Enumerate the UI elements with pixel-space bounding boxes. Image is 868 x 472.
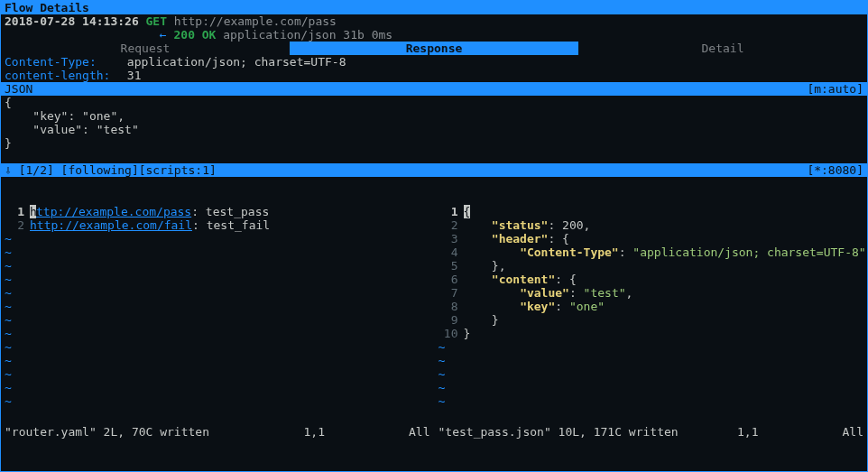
editor-pane-right[interactable]: 1{2 "status": 200,3 "header": {4 "Conten… [434,205,868,439]
status-pct: All [827,425,863,439]
line-rest: : test_pass [191,205,269,218]
status-msg: "router.yaml" 2L, 70C written [5,425,304,439]
arrow-icon: ← [160,28,167,42]
tab-request[interactable]: Request [1,42,290,55]
json-key: "value" [520,286,569,300]
buffer-line: 1{ [439,205,864,218]
buffer-line: 7 "value": "test", [439,286,864,300]
line-number: 2 [5,218,24,232]
flow-url: http://example.com/pass [174,14,337,28]
json-string: "test" [584,286,626,300]
header-value: application/json; charset=UTF-8 [127,55,346,69]
buffer-line: 2 "status": 200, [439,218,864,232]
json-punct: } [464,313,499,327]
buffer-line: 1http://example.com/pass: test_pass [5,205,430,218]
vim-status-right: "test_pass.json" 10L, 171C written 1,1 A… [435,425,868,439]
editor-pane-left[interactable]: 1http://example.com/pass: test_pass2http… [1,205,434,439]
status-msg: "test_pass.json" 10L, 171C written [439,425,738,439]
line-number: 4 [439,245,458,259]
json-number: 200 [562,218,583,232]
buffer-empty: ~ [439,381,864,394]
flow-response-line: ← 200 OK application/json 31b 0ms [1,28,867,42]
body-format-bar: JSON [m:auto] [1,82,867,96]
json-punct: }, [464,259,506,273]
buffer-empty: ~ [5,367,430,381]
body-format-label: JSON [5,82,32,96]
flow-resp-meta: application/json 31b 0ms [223,28,392,42]
url-text: http://example.com/fail [30,218,192,232]
buffer-empty: ~ [5,327,430,340]
cursor: { [464,205,470,218]
flow-method: GET [146,14,167,28]
status-right: [*:8080] [807,163,863,177]
buffer-empty: ~ [5,273,430,286]
buffer-empty: ~ [5,313,430,327]
mitm-status-bar: ⇩ [1/2] [following][scripts:1] [*:8080] [1,163,867,177]
json-string: "one" [569,300,605,313]
buffer-right[interactable]: 1{2 "status": 200,3 "header": {4 "Conten… [435,205,868,425]
status-pos: 1,1 [737,425,827,439]
cursor: h [30,205,36,218]
header-key: Content-Type: [5,55,120,69]
line-number: 5 [439,259,458,273]
buffer-empty: ~ [5,354,430,367]
line-number: 2 [439,218,458,232]
json-key: "key" [520,300,555,313]
json-punct: } [464,327,471,340]
buffer-line: 3 "header": { [439,232,864,245]
header-row: content-length: 31 [1,69,867,82]
status-pos: 1,1 [304,425,394,439]
buffer-left[interactable]: 1http://example.com/pass: test_pass2http… [1,205,434,425]
line-number: 7 [439,286,458,300]
body-format-mode[interactable]: [m:auto] [807,82,863,96]
buffer-line: 2http://example.com/fail: test_fail [5,218,430,232]
buffer-empty: ~ [439,367,864,381]
editor-split: 1http://example.com/pass: test_pass2http… [1,204,867,439]
json-key: "status" [492,218,549,232]
buffer-line: 9 } [439,313,864,327]
buffer-empty: ~ [5,394,430,408]
header-value: 31 [127,69,142,82]
detail-tabs: Request Response Detail [1,42,867,55]
flow-summary: 2018-07-28 14:13:26 GET http://example.c… [1,14,867,28]
line-number: 1 [439,205,458,218]
buffer-empty: ~ [5,340,430,354]
url-text: ttp://example.com/pass [36,205,191,218]
json-key: "header" [492,232,549,245]
tab-detail[interactable]: Detail [578,42,867,55]
line-number: 9 [439,313,458,327]
buffer-line: 4 "Content-Type": "application/json; cha… [439,245,864,259]
buffer-line: 10} [439,327,864,340]
line-number: 6 [439,273,458,286]
buffer-empty: ~ [439,354,864,367]
buffer-empty: ~ [5,300,430,313]
line-rest: : test_fail [192,218,270,232]
status-left: ⇩ [1/2] [following][scripts:1] [5,163,217,177]
buffer-empty: ~ [5,232,430,245]
panel-title: Flow Details [1,1,867,14]
buffer-line: 5 }, [439,259,864,273]
response-body: { "key": "one", "value": "test" } [1,96,867,163]
tab-response[interactable]: Response [290,42,578,55]
flow-timestamp: 2018-07-28 14:13:26 [5,14,139,28]
buffer-empty: ~ [439,340,864,354]
line-number: 10 [439,327,458,340]
buffer-line: 6 "content": { [439,273,864,286]
buffer-empty: ~ [5,381,430,394]
json-key: "content" [492,273,555,286]
flow-status: 200 OK [173,28,216,42]
json-string: "application/json; charset=UTF-8" [633,245,865,259]
header-row: Content-Type: application/json; charset=… [1,55,867,69]
line-number: 3 [439,232,458,245]
status-pct: All [394,425,430,439]
vim-status-left: "router.yaml" 2L, 70C written 1,1 All [1,425,434,439]
line-number: 1 [5,205,24,218]
buffer-empty: ~ [5,259,430,273]
separator [1,177,867,204]
line-number: 8 [439,300,458,313]
header-key: content-length: [5,69,120,82]
buffer-line: 8 "key": "one" [439,300,864,313]
buffer-empty: ~ [5,286,430,300]
buffer-empty: ~ [439,394,864,408]
buffer-empty: ~ [5,245,430,259]
